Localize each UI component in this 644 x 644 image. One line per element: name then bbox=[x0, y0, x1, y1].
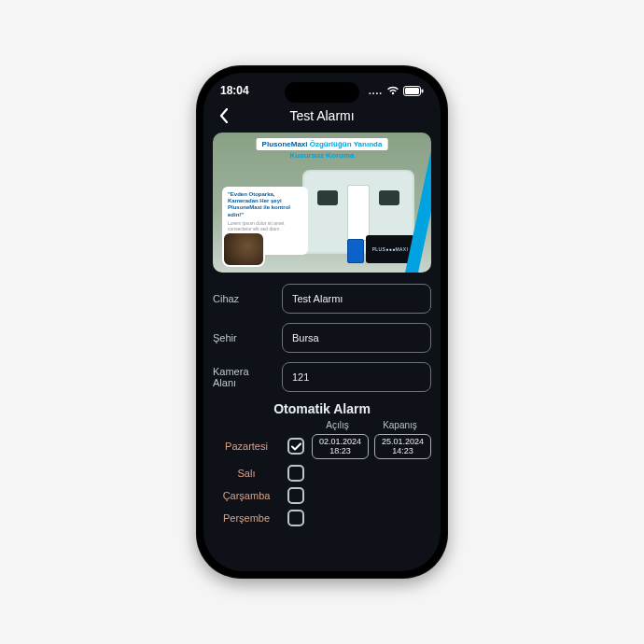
row-cihaz: Cihaz bbox=[213, 284, 431, 314]
day-label: Perşembe bbox=[213, 512, 280, 524]
wifi-icon bbox=[386, 86, 399, 95]
page-title: Test Alarmı bbox=[203, 108, 441, 123]
device-illustration: PLUS●●●MAXI bbox=[366, 235, 414, 263]
day-label: Pazartesi bbox=[213, 441, 280, 452]
row-carsamba: Çarşamba bbox=[213, 487, 431, 504]
pet-thumbnail bbox=[222, 231, 265, 267]
row-persembe: Perşembe bbox=[213, 510, 431, 526]
row-pazartesi: Pazartesi 02.01.2024 18:23 25.01.2024 bbox=[213, 434, 431, 459]
svg-rect-1 bbox=[405, 88, 419, 94]
col-open: Açılış bbox=[306, 420, 369, 430]
promo-title: PlusoneMaxi Özgürlüğün Yanında bbox=[257, 138, 388, 150]
phone-frame: 18:04 .... Test Alarmı PlusoneMaxi Özgür… bbox=[196, 65, 448, 579]
day-label: Salı bbox=[213, 468, 280, 479]
section-otomatik-alarm: Otomatik Alarm Açılış Kapanış Pazartesi bbox=[213, 401, 431, 526]
schedule-list: Pazartesi 02.01.2024 18:23 25.01.2024 bbox=[213, 434, 431, 526]
settings-form: Cihaz Şehir Kamera Alanı bbox=[213, 284, 431, 392]
label-cihaz: Cihaz bbox=[213, 293, 273, 304]
label-sehir: Şehir bbox=[213, 332, 273, 343]
row-kamera: Kamera Alanı bbox=[213, 362, 431, 392]
input-cihaz[interactable] bbox=[282, 284, 431, 314]
check-icon bbox=[291, 442, 301, 451]
section-title: Otomatik Alarm bbox=[213, 401, 431, 416]
pazartesi-open[interactable]: 02.01.2024 18:23 bbox=[312, 434, 369, 459]
checkbox-carsamba[interactable] bbox=[287, 487, 304, 504]
day-label: Çarşamba bbox=[213, 490, 280, 501]
promo-subtitle: Kusursuz Koruma bbox=[290, 151, 355, 160]
checkbox-persembe[interactable] bbox=[287, 510, 304, 526]
bubble-heading: "Evden Otoparka, Kameradan Her şeyi Plus… bbox=[228, 191, 302, 218]
status-time: 18:04 bbox=[220, 84, 249, 97]
checkbox-sali[interactable] bbox=[287, 465, 304, 482]
input-sehir[interactable] bbox=[282, 323, 431, 353]
promo-banner[interactable]: PlusoneMaxi Özgürlüğün Yanında Kusursuz … bbox=[213, 133, 431, 273]
dynamic-island bbox=[285, 82, 359, 103]
col-close: Kapanış bbox=[369, 420, 431, 430]
row-sali: Salı bbox=[213, 465, 431, 482]
svg-rect-2 bbox=[422, 89, 424, 92]
ellipsis-icon: .... bbox=[369, 86, 383, 96]
row-sehir: Şehir bbox=[213, 323, 431, 353]
screen: 18:04 .... Test Alarmı PlusoneMaxi Özgür… bbox=[203, 73, 441, 571]
status-right: .... bbox=[369, 86, 424, 96]
tablet-illustration bbox=[347, 239, 364, 263]
input-kamera[interactable] bbox=[282, 362, 431, 392]
content: PlusoneMaxi Özgürlüğün Yanında Kusursuz … bbox=[203, 133, 441, 536]
label-kamera: Kamera Alanı bbox=[213, 366, 273, 388]
checkbox-pazartesi[interactable] bbox=[287, 438, 304, 455]
pazartesi-close[interactable]: 25.01.2024 14:23 bbox=[374, 434, 431, 459]
schedule-header: Açılış Kapanış bbox=[213, 420, 431, 430]
battery-icon bbox=[403, 86, 424, 96]
